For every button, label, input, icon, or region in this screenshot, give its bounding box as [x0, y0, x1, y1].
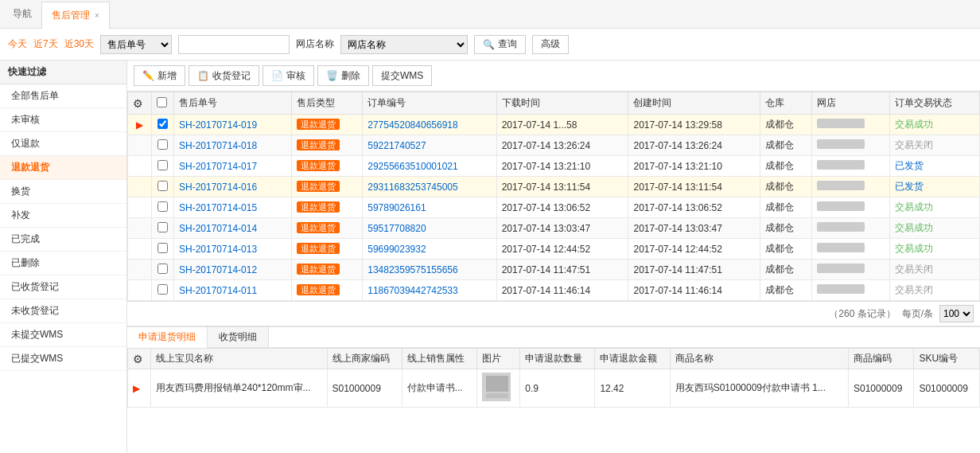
bottom-row-name: 用友西玛费用报销单240*120mm审...: [150, 369, 327, 408]
gear-icon[interactable]: ⚙: [133, 97, 143, 110]
row-shop: [812, 177, 889, 197]
active-tab[interactable]: 售后管理 ×: [41, 2, 110, 29]
row-checkbox[interactable]: [158, 181, 168, 191]
bottom-row-sku: S01000009: [914, 369, 980, 408]
bcol-name: 线上宝贝名称: [150, 349, 327, 369]
bottom-row-code: S01000009: [327, 369, 402, 408]
row-download: 2017-07-14 1...58: [496, 115, 628, 135]
row-checkbox[interactable]: [158, 264, 168, 274]
sidebar-item-not-wms[interactable]: 未提交WMS: [0, 323, 126, 347]
row-id[interactable]: SH-20170714-015: [174, 197, 292, 218]
row-checkbox-cell[interactable]: [152, 239, 174, 260]
col-shop: 网店: [812, 92, 889, 115]
row-id[interactable]: SH-20170714-017: [174, 156, 292, 177]
row-shop: [812, 260, 889, 280]
row-id[interactable]: SH-20170714-012: [174, 260, 292, 280]
bcol-settings[interactable]: ⚙: [128, 349, 151, 369]
bcol-code: 线上商家编码: [327, 349, 402, 369]
row-checkbox-cell[interactable]: [152, 197, 174, 218]
col-settings[interactable]: ⚙: [128, 92, 152, 115]
row-type: 退款退货: [291, 156, 362, 177]
bcol-product-name: 商品名称: [670, 349, 848, 369]
filter-last30[interactable]: 近30天: [64, 37, 94, 51]
row-id[interactable]: SH-20170714-019: [174, 115, 292, 135]
table-row: SH-20170714-018 退款退货 59221740527 2017-07…: [128, 135, 980, 156]
bcol-product-code: 商品编码: [848, 349, 913, 369]
row-download: 2017-07-14 12:44:52: [496, 239, 628, 260]
filter-last7[interactable]: 近7天: [33, 37, 58, 51]
row-id[interactable]: SH-20170714-016: [174, 177, 292, 197]
sidebar-item-refund-only[interactable]: 仅退款: [0, 132, 126, 156]
row-warehouse: 成都仓: [760, 239, 812, 260]
row-checkbox-cell[interactable]: [152, 218, 174, 239]
row-shop: [812, 115, 889, 135]
submit-wms-button[interactable]: 提交WMS: [372, 65, 432, 86]
row-checkbox-cell[interactable]: [152, 156, 174, 177]
svg-rect-1: [486, 376, 508, 392]
filter-today[interactable]: 今天: [8, 37, 27, 51]
row-type: 退款退货: [291, 218, 362, 239]
sidebar-item-all[interactable]: 全部售后单: [0, 84, 126, 108]
bottom-table-container: ⚙ 线上宝贝名称 线上商家编码 线上销售属性 图片 申请退款数量 申请退款金额 …: [127, 348, 980, 435]
product-image: [482, 373, 511, 401]
sidebar-item-exchange[interactable]: 换货: [0, 180, 126, 204]
sidebar-item-pending[interactable]: 未审核: [0, 108, 126, 132]
total-count: （260 条记录）: [829, 307, 895, 321]
advanced-button[interactable]: 高级: [532, 35, 569, 54]
search-input[interactable]: [178, 35, 290, 54]
row-arrow-cell: [128, 280, 152, 301]
row-checkbox[interactable]: [158, 222, 168, 232]
sidebar-item-refund-return[interactable]: 退款退货: [0, 156, 126, 180]
row-arrow-cell: [128, 197, 152, 218]
delete-button[interactable]: 🗑️ 删除: [317, 65, 369, 86]
row-id[interactable]: SH-20170714-013: [174, 239, 292, 260]
add-button[interactable]: ✏️ 新增: [134, 65, 185, 86]
sidebar-item-deleted[interactable]: 已删除: [0, 252, 126, 275]
table-row: SH-20170714-011 退款退货 11867039442742533 2…: [128, 280, 980, 301]
sidebar-item-not-received[interactable]: 未收货登记: [0, 299, 126, 323]
row-checkbox-cell[interactable]: [152, 280, 174, 301]
row-created: 2017-07-14 13:29:58: [628, 115, 760, 135]
receive-button[interactable]: 📋 收货登记: [189, 65, 259, 86]
shop-select[interactable]: 网店名称: [340, 35, 468, 54]
field-select[interactable]: 售后单号: [100, 35, 172, 54]
receive-icon: 📋: [197, 70, 209, 81]
row-checkbox[interactable]: [158, 119, 168, 129]
row-id[interactable]: SH-20170714-018: [174, 135, 292, 156]
table-row: SH-20170714-014 退款退货 59517708820 2017-07…: [128, 218, 980, 239]
row-checkbox[interactable]: [158, 160, 168, 170]
row-checkbox[interactable]: [158, 139, 168, 150]
svg-rect-2: [486, 393, 508, 398]
sidebar-item-completed[interactable]: 已完成: [0, 228, 126, 252]
row-created: 2017-07-14 13:21:10: [628, 156, 760, 177]
row-download: 2017-07-14 11:47:51: [496, 260, 628, 280]
tab-refund-detail[interactable]: 申请退货明细: [127, 327, 208, 348]
row-created: 2017-07-14 13:03:47: [628, 218, 760, 239]
select-all-checkbox[interactable]: [157, 97, 167, 107]
query-button[interactable]: 🔍 查询: [474, 35, 526, 54]
audit-button[interactable]: 📄 审核: [262, 65, 314, 86]
bottom-row-amount: 12.42: [595, 369, 670, 408]
product-img-svg: [483, 373, 510, 401]
sidebar-item-received[interactable]: 已收货登记: [0, 275, 126, 299]
row-checkbox[interactable]: [158, 201, 168, 212]
tab-close-icon[interactable]: ×: [95, 11, 99, 20]
table-row: SH-20170714-012 退款退货 13482359575155656 2…: [128, 260, 980, 280]
row-checkbox-cell[interactable]: [152, 177, 174, 197]
bottom-row-arrow-icon: ▶: [133, 383, 140, 394]
row-id[interactable]: SH-20170714-011: [174, 280, 292, 301]
sidebar-item-submitted-wms[interactable]: 已提交WMS: [0, 347, 126, 371]
row-checkbox-cell[interactable]: [152, 260, 174, 280]
bcol-qty: 申请退款数量: [520, 349, 595, 369]
row-id[interactable]: SH-20170714-014: [174, 218, 292, 239]
row-checkbox[interactable]: [158, 243, 168, 253]
row-checkbox[interactable]: [158, 284, 168, 295]
row-type: 退款退货: [291, 135, 362, 156]
sidebar-item-reissue[interactable]: 补发: [0, 204, 126, 228]
tab-receive-detail[interactable]: 收货明细: [208, 327, 269, 347]
row-checkbox-cell[interactable]: [152, 135, 174, 156]
row-status: 交易成功: [889, 239, 979, 260]
nav-label: 导航: [6, 7, 38, 21]
per-page-select[interactable]: 100 10 20 50 200: [939, 305, 974, 322]
row-checkbox-cell[interactable]: [152, 115, 174, 135]
